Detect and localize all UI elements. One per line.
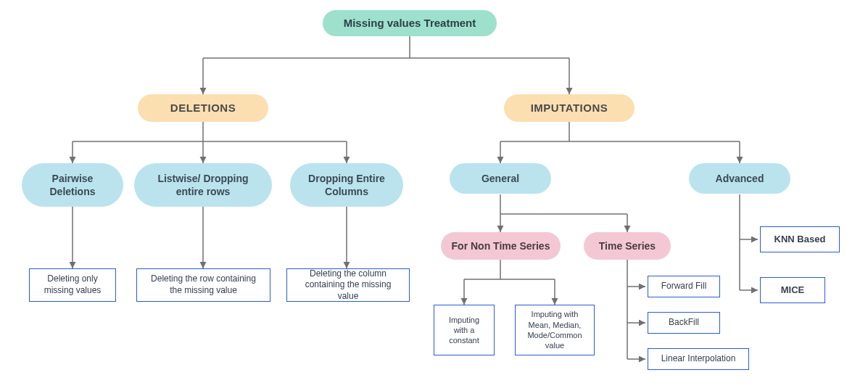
listwise-desc-box: Deleting the row containing the missing … xyxy=(136,268,270,302)
knn-based-box: KNN Based xyxy=(760,226,840,252)
time-series-node: Time Series xyxy=(584,232,671,260)
deletions-node: DELETIONS xyxy=(138,94,268,122)
root-node: Missing values Treatment xyxy=(323,10,497,36)
general-node: General xyxy=(450,163,551,194)
mice-box: MICE xyxy=(760,277,825,303)
linear-interp-box: Linear Interpolation xyxy=(648,348,749,370)
dropping-columns-node: Dropping Entire Columns xyxy=(290,163,403,207)
columns-desc-box: Deleting the column containing the missi… xyxy=(286,268,410,302)
non-time-series-node: For Non Time Series xyxy=(441,232,561,260)
forward-fill-box: Forward Fill xyxy=(648,276,720,297)
back-fill-box: BackFill xyxy=(648,312,720,334)
impute-stats-box: Imputing with Mean, Median, Mode/Common … xyxy=(515,305,595,355)
pairwise-deletions-node: Pairwise Deletions xyxy=(22,163,123,207)
impute-constant-box: Imputing with a constant xyxy=(434,305,495,355)
pairwise-desc-box: Deleting only missing values xyxy=(29,268,116,302)
listwise-deletions-node: Listwise/ Dropping entire rows xyxy=(134,163,272,207)
advanced-node: Advanced xyxy=(689,163,790,194)
imputations-node: IMPUTATIONS xyxy=(504,94,635,122)
